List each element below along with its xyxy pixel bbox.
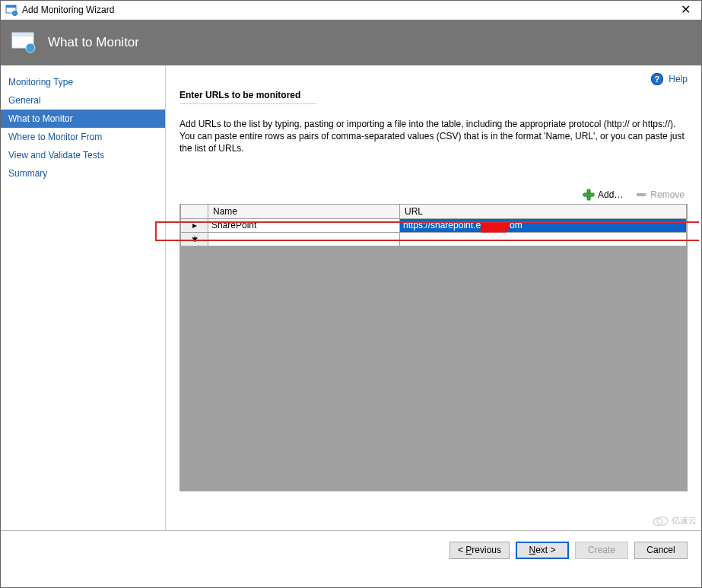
section-description: Add URLs to the list by typing, pasting … — [179, 118, 688, 155]
add-label: Add… — [598, 189, 623, 200]
wizard-footer: < PPreviousrevious Next >Next > Create C… — [1, 531, 701, 569]
svg-rect-1 — [6, 5, 16, 8]
url-grid[interactable]: Name URL ▸ SharePoint https://sharepoint… — [179, 204, 688, 491]
close-icon[interactable]: ✕ — [672, 1, 698, 20]
row-handle-icon[interactable]: ▸ — [181, 218, 208, 232]
nav-monitoring-type[interactable]: Monitoring Type — [1, 73, 165, 91]
help-link[interactable]: Help — [669, 74, 688, 84]
remove-button: Remove — [635, 189, 685, 201]
wizard-header: What to Monitor — [1, 20, 701, 65]
nav-view-validate-tests[interactable]: View and Validate Tests — [1, 146, 165, 164]
wizard-step-title: What to Monitor — [48, 35, 139, 50]
monitor-icon — [11, 32, 36, 53]
section-title: Enter URLs to be monitored — [179, 90, 688, 100]
svg-rect-4 — [12, 33, 33, 37]
app-icon — [5, 4, 17, 16]
wizard-nav: Monitoring Type General What to Monitor … — [1, 65, 166, 530]
grid-row[interactable]: ▸ SharePoint https://sharepoint.e████om — [181, 218, 687, 232]
grid-handle-header — [181, 205, 208, 219]
svg-rect-8 — [637, 193, 646, 196]
add-button[interactable]: Add… — [583, 189, 623, 201]
section-rule — [179, 103, 316, 104]
previous-button[interactable]: < PPreviousrevious — [449, 542, 510, 559]
help-icon[interactable]: ? — [651, 73, 663, 85]
wizard-content: ? Help Enter URLs to be monitored Add UR… — [166, 65, 701, 530]
nav-where-to-monitor-from[interactable]: Where to Monitor From — [1, 128, 165, 146]
minus-icon — [635, 189, 647, 201]
nav-what-to-monitor[interactable]: What to Monitor — [1, 110, 165, 128]
grid-cell-name[interactable]: SharePoint — [208, 218, 400, 232]
cancel-button[interactable]: Cancel — [634, 542, 688, 559]
plus-icon — [583, 189, 595, 201]
grid-col-name[interactable]: Name — [208, 205, 400, 219]
window-title: Add Monitoring Wizard — [22, 5, 672, 15]
grid-cell-url-empty[interactable] — [400, 232, 687, 246]
svg-point-5 — [26, 43, 35, 52]
grid-col-url[interactable]: URL — [400, 205, 687, 219]
grid-toolbar: Add… Remove — [179, 189, 688, 201]
next-button[interactable]: Next >Next > — [516, 542, 569, 559]
row-handle-new-icon[interactable]: ✱ — [181, 232, 208, 246]
nav-summary[interactable]: Summary — [1, 164, 165, 183]
redacted-segment: ████ — [481, 221, 510, 230]
create-button: Create — [575, 542, 628, 559]
title-bar: Add Monitoring Wizard ✕ — [1, 1, 701, 20]
grid-cell-name-empty[interactable] — [208, 232, 400, 246]
svg-rect-7 — [583, 193, 594, 196]
remove-label: Remove — [650, 189, 685, 200]
help-area: ? Help — [179, 73, 688, 85]
grid-cell-url[interactable]: https://sharepoint.e████om — [400, 218, 687, 232]
svg-point-2 — [13, 11, 17, 16]
nav-general[interactable]: General — [1, 91, 165, 110]
grid-row-new[interactable]: ✱ — [181, 232, 687, 246]
